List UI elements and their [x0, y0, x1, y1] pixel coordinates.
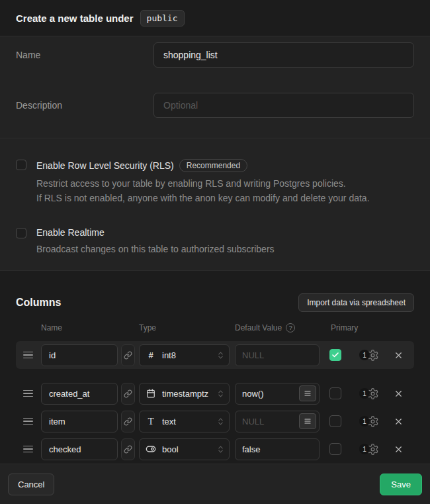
- primary-checkbox[interactable]: [329, 349, 341, 361]
- calendar-icon: [146, 389, 156, 398]
- default-value-field: [235, 438, 320, 460]
- type-label: bool: [162, 444, 216, 454]
- default-value-options-icon[interactable]: [299, 385, 316, 401]
- columns-title: Columns: [16, 297, 61, 309]
- table-options-section: Enable Row Level Security (RLS) Recommen…: [0, 138, 430, 270]
- hash-icon: #: [146, 350, 156, 360]
- description-label: Description: [16, 93, 153, 118]
- default-value-input[interactable]: [236, 439, 316, 460]
- chevrons-up-down-icon: [216, 417, 225, 426]
- text-icon: T: [146, 416, 156, 427]
- chevrons-up-down-icon: [216, 351, 225, 360]
- column-name-input[interactable]: [41, 383, 118, 405]
- dialog-title: Create a new table under: [16, 13, 134, 24]
- rls-text: Enable Row Level Security (RLS) Recommen…: [36, 159, 370, 205]
- description-field-row: Description: [16, 93, 414, 118]
- rls-option: Enable Row Level Security (RLS) Recommen…: [16, 159, 414, 205]
- type-label: text: [162, 417, 216, 427]
- column-settings-button[interactable]: 1: [359, 387, 379, 400]
- schema-badge: public: [140, 10, 185, 26]
- realtime-text: Enable Realtime Broadcast changes on thi…: [36, 227, 275, 256]
- realtime-option: Enable Realtime Broadcast changes on thi…: [16, 227, 414, 256]
- column-settings-button[interactable]: 1: [359, 415, 379, 428]
- column-row: bool 1: [16, 435, 414, 463]
- remove-column-icon[interactable]: [394, 444, 404, 454]
- column-type-select[interactable]: bool: [139, 438, 230, 460]
- header-default-value: Default Value ?: [235, 323, 331, 332]
- column-rows: # int8 1: [16, 341, 414, 463]
- column-name-input[interactable]: [41, 438, 118, 460]
- column-name-input[interactable]: [41, 411, 118, 432]
- rls-checkbox[interactable]: [16, 160, 26, 170]
- settings-count-badge: 1: [359, 416, 370, 427]
- column-row: T text 1: [16, 407, 414, 435]
- column-row: timestamptz 1: [16, 379, 414, 407]
- default-value-input[interactable]: [236, 411, 299, 432]
- columns-table-header: Name Type Default Value ? Primary: [16, 323, 414, 332]
- default-value-options-icon[interactable]: [299, 413, 316, 429]
- primary-checkbox[interactable]: [329, 415, 341, 427]
- settings-count-badge: 1: [359, 350, 370, 360]
- default-value-field: [235, 383, 320, 405]
- header-type: Type: [139, 323, 235, 332]
- header-primary: Primary: [331, 323, 358, 332]
- name-label: Name: [16, 42, 153, 68]
- table-description-input[interactable]: [153, 93, 414, 118]
- foreign-key-link-icon[interactable]: [121, 383, 135, 405]
- default-value-field: [235, 344, 320, 366]
- help-icon[interactable]: ?: [286, 323, 295, 332]
- column-type-select[interactable]: # int8: [139, 344, 230, 366]
- create-table-dialog: Create a new table under public Name Des…: [0, 0, 430, 504]
- rls-description: Restrict access to your table by enablin…: [36, 176, 370, 205]
- default-value-input[interactable]: [236, 383, 299, 404]
- settings-count-badge: 1: [359, 388, 370, 399]
- column-type-select[interactable]: T text: [139, 411, 230, 432]
- primary-checkbox[interactable]: [329, 443, 341, 455]
- toggle-icon: [146, 444, 156, 454]
- table-name-input[interactable]: [153, 42, 414, 68]
- dialog-footer: Cancel Save: [0, 464, 430, 504]
- type-label: timestamptz: [162, 389, 216, 399]
- foreign-key-link-icon[interactable]: [121, 344, 135, 366]
- columns-section: Columns Import data via spreadsheet Name…: [0, 270, 430, 464]
- column-settings-button[interactable]: 1: [359, 443, 379, 456]
- realtime-checkbox[interactable]: [16, 228, 26, 238]
- column-row: # int8 1: [16, 341, 414, 369]
- type-label: int8: [162, 350, 216, 360]
- drag-handle-icon[interactable]: [23, 390, 33, 397]
- name-field-row: Name: [16, 42, 414, 68]
- column-settings-button[interactable]: 1: [359, 349, 379, 362]
- cancel-button[interactable]: Cancel: [8, 474, 54, 495]
- foreign-key-link-icon[interactable]: [121, 411, 135, 432]
- remove-column-icon[interactable]: [394, 350, 404, 360]
- drag-handle-icon[interactable]: [23, 418, 33, 425]
- header-name: Name: [41, 323, 139, 332]
- default-value-input[interactable]: [236, 345, 316, 366]
- dialog-header: Create a new table under public: [0, 0, 430, 36]
- chevrons-up-down-icon: [216, 445, 225, 454]
- realtime-description: Broadcast changes on this table to autho…: [36, 242, 275, 256]
- primary-checkbox[interactable]: [329, 387, 341, 399]
- foreign-key-link-icon[interactable]: [121, 438, 135, 460]
- default-value-field: [235, 411, 320, 432]
- table-details-section: Name Description: [0, 36, 430, 138]
- import-spreadsheet-button[interactable]: Import data via spreadsheet: [298, 293, 414, 312]
- drag-handle-icon[interactable]: [23, 352, 33, 359]
- column-type-select[interactable]: timestamptz: [139, 383, 230, 405]
- remove-column-icon[interactable]: [394, 417, 404, 427]
- recommended-badge: Recommended: [179, 159, 247, 172]
- column-name-input[interactable]: [41, 344, 118, 366]
- drag-handle-icon[interactable]: [23, 446, 33, 453]
- rls-label: Enable Row Level Security (RLS): [36, 160, 174, 171]
- chevrons-up-down-icon: [216, 389, 225, 398]
- settings-count-badge: 1: [359, 444, 370, 454]
- realtime-label: Enable Realtime: [36, 227, 105, 238]
- remove-column-icon[interactable]: [394, 389, 404, 399]
- save-button[interactable]: Save: [380, 474, 422, 495]
